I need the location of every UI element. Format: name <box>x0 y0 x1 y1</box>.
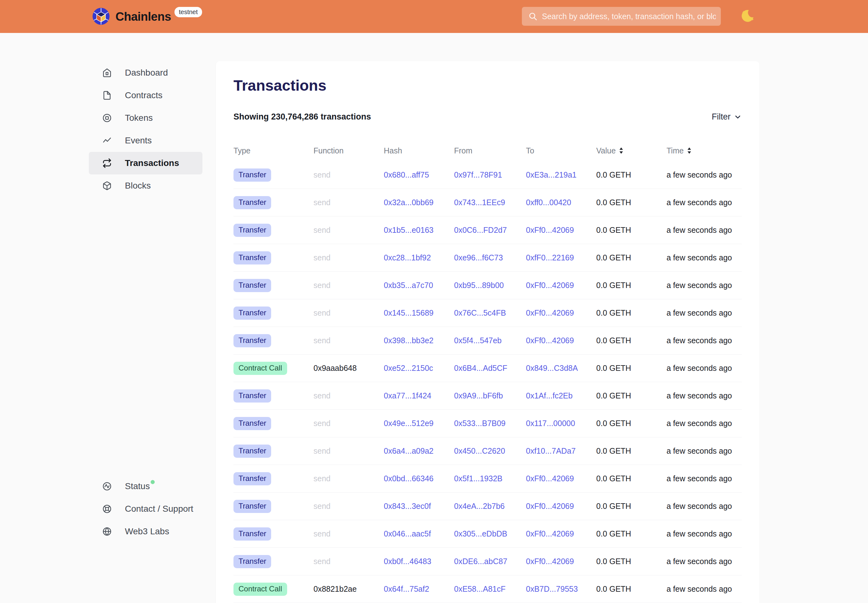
brand-name[interactable]: Chainlens <box>116 9 171 25</box>
column-header-value[interactable]: Value <box>596 146 667 155</box>
from-link[interactable]: 0x76C...5c4FB <box>454 308 506 317</box>
sidebar-item-tokens[interactable]: Tokens <box>89 107 203 129</box>
hash-link[interactable]: 0x398...bb3e2 <box>384 336 433 345</box>
to-link[interactable]: 0xff0...00420 <box>526 198 571 207</box>
function-cell: send <box>314 253 384 262</box>
status-icon <box>102 482 112 491</box>
to-link[interactable]: 0x1Af...fc2Eb <box>526 391 573 400</box>
transactions-count: Showing 230,764,286 transactions <box>234 112 371 122</box>
from-link[interactable]: 0x5f1...1932B <box>454 474 503 483</box>
from-link[interactable]: 0x450...C2620 <box>454 447 505 455</box>
hash-link[interactable]: 0x64f...75af2 <box>384 584 429 593</box>
sidebar-item-events[interactable]: Events <box>89 129 203 152</box>
from-link[interactable]: 0x743...1EEc9 <box>454 198 505 207</box>
sidebar-item-web3-labs[interactable]: Web3 Labs <box>89 520 203 543</box>
to-link[interactable]: 0xfF0...22169 <box>526 253 574 262</box>
table-row: Transfer send 0xa77...1f424 0x9A9...bF6f… <box>234 382 742 410</box>
hash-link[interactable]: 0x145...15689 <box>384 308 433 317</box>
hash-link[interactable]: 0xb0f...46483 <box>384 557 432 566</box>
chainlens-logo-icon[interactable] <box>93 8 110 25</box>
value-cell: 0.0 GETH <box>596 419 667 428</box>
from-link[interactable]: 0x305...eDbDB <box>454 529 507 538</box>
type-badge: Transfer <box>234 334 271 347</box>
to-link[interactable]: 0xFf0...42069 <box>526 502 574 510</box>
transactions-table-body: Transfer send 0x680...aff75 0x97f...78F9… <box>234 161 742 603</box>
dark-mode-toggle[interactable] <box>740 8 756 25</box>
search-input[interactable] <box>538 7 721 26</box>
to-link[interactable]: 0xFf0...42069 <box>526 557 574 566</box>
to-link[interactable]: 0xE3a...219a1 <box>526 170 577 179</box>
to-link[interactable]: 0xFf0...42069 <box>526 281 574 289</box>
document-icon <box>102 91 112 100</box>
table-row: Transfer send 0x0bd...66346 0x5f1...1932… <box>234 465 742 493</box>
from-link[interactable]: 0xe96...f6C73 <box>454 253 503 262</box>
token-icon <box>102 113 112 123</box>
sidebar-item-contact-support[interactable]: Contact / Support <box>89 498 203 520</box>
from-link[interactable]: 0xDE6...abC87 <box>454 557 507 566</box>
sidebar-item-blocks[interactable]: Blocks <box>89 175 203 197</box>
transactions-panel: Transactions Showing 230,764,286 transac… <box>216 61 760 603</box>
sidebar-nav: Dashboard Contracts Tokens Events Transa… <box>89 62 203 197</box>
to-link[interactable]: 0xFf0...42069 <box>526 336 574 345</box>
hash-link[interactable]: 0xa77...1f424 <box>384 391 432 400</box>
to-link[interactable]: 0x117...00000 <box>526 419 575 428</box>
to-link[interactable]: 0xFf0...42069 <box>526 226 574 234</box>
hash-link[interactable]: 0x1b5...e0163 <box>384 226 433 234</box>
from-link[interactable]: 0x533...B7B09 <box>454 419 506 428</box>
filter-button[interactable]: Filter <box>712 112 742 122</box>
hash-link[interactable]: 0xb35...a7c70 <box>384 281 433 289</box>
value-cell: 0.0 GETH <box>596 502 667 511</box>
to-link[interactable]: 0x849...C3d8A <box>526 363 578 373</box>
value-cell: 0.0 GETH <box>596 170 667 179</box>
to-link[interactable]: 0xFf0...42069 <box>526 529 574 538</box>
to-link[interactable]: 0xf10...7ADa7 <box>526 447 576 455</box>
value-cell: 0.0 GETH <box>596 391 667 400</box>
hash-link[interactable]: 0x49e...512e9 <box>384 419 433 428</box>
from-link[interactable]: 0x6B4...Ad5CF <box>454 363 507 373</box>
sidebar-item-contracts[interactable]: Contracts <box>89 84 203 107</box>
time-cell: a few seconds ago <box>667 170 742 179</box>
hash-link[interactable]: 0x0bd...66346 <box>384 474 433 483</box>
value-cell: 0.0 GETH <box>596 557 667 566</box>
value-cell: 0.0 GETH <box>596 253 667 262</box>
hash-link[interactable]: 0x6a4...a09a2 <box>384 447 433 455</box>
function-cell: 0x8821b2ae <box>314 584 384 594</box>
sidebar-item-label: Tokens <box>125 113 153 123</box>
to-link[interactable]: 0xB7D...79553 <box>526 584 578 593</box>
from-link[interactable]: 0x0C6...FD2d7 <box>454 226 507 234</box>
from-link[interactable]: 0x4eA...2b7b6 <box>454 502 504 510</box>
table-row: Transfer send 0x046...aac5f 0x305...eDbD… <box>234 520 742 548</box>
sidebar-item-status[interactable]: Status <box>89 475 203 498</box>
hash-link[interactable]: 0x680...aff75 <box>384 170 429 179</box>
value-cell: 0.0 GETH <box>596 308 667 317</box>
time-cell: a few seconds ago <box>667 336 742 345</box>
time-cell: a few seconds ago <box>667 226 742 235</box>
time-cell: a few seconds ago <box>667 529 742 538</box>
hash-link[interactable]: 0xe52...2150c <box>384 363 433 373</box>
hash-link[interactable]: 0x046...aac5f <box>384 529 431 538</box>
sidebar-item-dashboard[interactable]: Dashboard <box>89 62 203 84</box>
to-link[interactable]: 0xFf0...42069 <box>526 474 574 483</box>
from-link[interactable]: 0x5f4...547eb <box>454 336 502 345</box>
sidebar-item-label: Contact / Support <box>125 504 193 514</box>
from-link[interactable]: 0x97f...78F91 <box>454 170 502 179</box>
cube-icon <box>102 181 112 190</box>
time-cell: a few seconds ago <box>667 391 742 400</box>
value-cell: 0.0 GETH <box>596 447 667 456</box>
hash-link[interactable]: 0xc28...1bf92 <box>384 253 431 262</box>
search-box <box>522 7 721 26</box>
hash-link[interactable]: 0x32a...0bb69 <box>384 198 433 207</box>
from-link[interactable]: 0xE58...A81cF <box>454 584 506 593</box>
table-row: Transfer send 0xb0f...46483 0xDE6...abC8… <box>234 548 742 575</box>
value-cell: 0.0 GETH <box>596 363 667 373</box>
sidebar-item-label: Blocks <box>125 181 151 191</box>
from-link[interactable]: 0xb95...89b00 <box>454 281 504 289</box>
to-link[interactable]: 0xFf0...42069 <box>526 308 574 317</box>
function-cell: 0x9aaab648 <box>314 363 384 373</box>
type-badge: Transfer <box>234 390 271 402</box>
sidebar-item-transactions[interactable]: Transactions <box>89 152 203 175</box>
time-cell: a few seconds ago <box>667 557 742 566</box>
hash-link[interactable]: 0x843...3ec0f <box>384 502 431 510</box>
column-header-time[interactable]: Time <box>667 146 742 155</box>
from-link[interactable]: 0x9A9...bF6fb <box>454 391 503 400</box>
